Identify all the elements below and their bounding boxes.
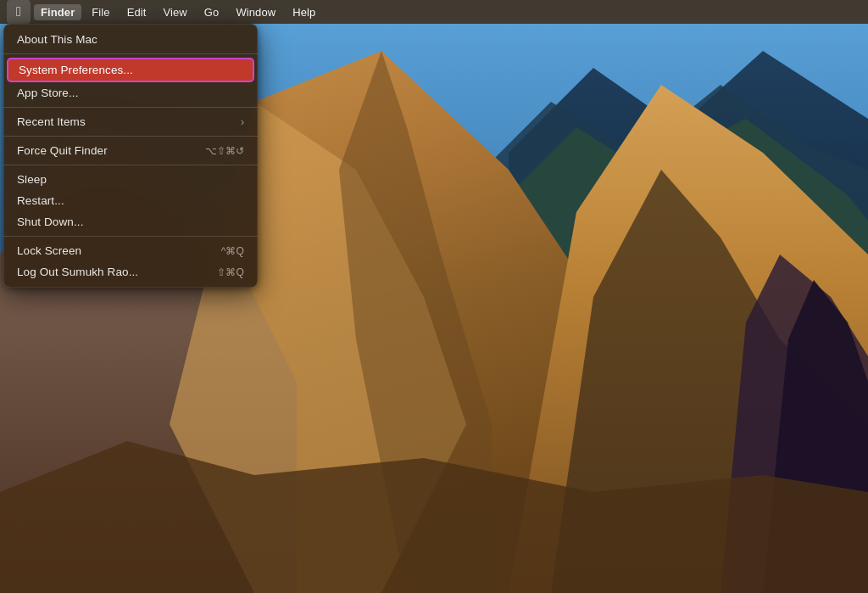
menu-item-sleep-label: Sleep: [17, 173, 47, 186]
recent-items-chevron-icon: ›: [241, 116, 244, 128]
menu-item-shutdown[interactable]: Shut Down...: [3, 211, 258, 232]
menu-separator-5: [3, 236, 258, 237]
menubar-go[interactable]: Go: [198, 4, 226, 20]
menu-item-about[interactable]: About This Mac: [3, 29, 258, 50]
lock-screen-shortcut: ^⌘Q: [221, 245, 244, 257]
menu-item-system-preferences[interactable]: System Preferences...: [7, 58, 254, 82]
menu-separator-4: [3, 165, 258, 165]
menu-item-logout-label: Log Out Sumukh Rao...: [17, 266, 138, 278]
menu-separator-1: [3, 53, 258, 54]
menubar-file[interactable]: File: [85, 4, 116, 20]
menubar-window[interactable]: Window: [229, 4, 282, 20]
menu-item-restart[interactable]: Restart...: [3, 190, 258, 211]
menu-separator-2: [3, 107, 258, 108]
menu-item-appstore-label: App Store...: [17, 87, 79, 99]
menu-item-logout[interactable]: Log Out Sumukh Rao... ⇧⌘Q: [3, 261, 258, 283]
menu-separator-3: [3, 136, 258, 137]
menu-item-recent-items[interactable]: Recent Items ›: [3, 111, 258, 132]
menu-item-sleep[interactable]: Sleep: [3, 169, 258, 190]
menu-item-lock-screen[interactable]: Lock Screen ^⌘Q: [3, 240, 258, 261]
menu-item-about-label: About This Mac: [17, 33, 97, 46]
menubar-view[interactable]: View: [157, 4, 194, 20]
menu-item-force-quit[interactable]: Force Quit Finder ⌥⇧⌘↺: [3, 140, 258, 161]
menu-item-forcequit-label: Force Quit Finder: [17, 144, 108, 157]
menu-item-lockscreen-label: Lock Screen: [17, 244, 81, 257]
menu-item-sysprefs-label: System Preferences...: [19, 64, 133, 76]
apple-menu-button[interactable]: : [7, 0, 31, 24]
menu-item-recent-label: Recent Items: [17, 115, 86, 128]
menubar:  Finder File Edit View Go Window Help: [0, 0, 868, 24]
menu-item-app-store[interactable]: App Store...: [3, 82, 258, 103]
force-quit-shortcut: ⌥⇧⌘↺: [205, 145, 244, 157]
menu-item-shutdown-label: Shut Down...: [17, 215, 84, 228]
menubar-help[interactable]: Help: [286, 4, 322, 20]
logout-shortcut: ⇧⌘Q: [217, 266, 244, 278]
menubar-edit[interactable]: Edit: [120, 4, 153, 20]
menu-item-restart-label: Restart...: [17, 194, 64, 207]
apple-dropdown-menu: About This Mac System Preferences... App…: [3, 24, 258, 288]
menubar-finder[interactable]: Finder: [34, 4, 81, 20]
